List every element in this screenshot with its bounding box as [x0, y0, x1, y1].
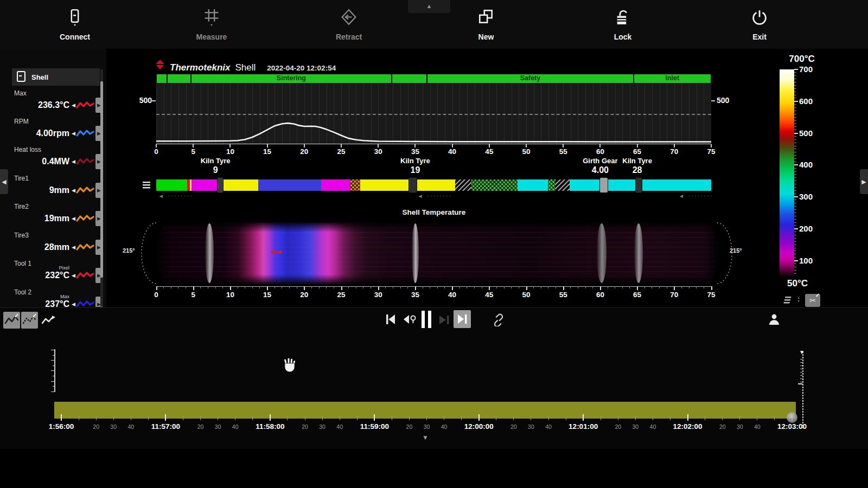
palette-colon-icon: : — [797, 295, 800, 303]
thermal-axis-tick-minor — [615, 286, 615, 288]
band-tyre-marker — [600, 178, 608, 192]
toolbar-button-connect[interactable]: Connect — [42, 4, 107, 44]
svg-text:✓: ✓ — [32, 312, 37, 319]
thermal-axis-tick-major — [674, 286, 675, 290]
colorbar-tick-minor — [794, 254, 796, 254]
colorbar-tick-minor — [794, 82, 796, 82]
band-segment — [350, 179, 360, 191]
sidebar-item-sparkline[interactable] — [76, 185, 94, 195]
chart-toggle-button-3[interactable] — [41, 314, 55, 327]
band-segment — [192, 179, 218, 191]
sidebar-item-sparkline[interactable] — [76, 100, 94, 110]
colorbar-tick-major — [794, 260, 798, 261]
sidebar-item-sparkline[interactable] — [76, 299, 94, 307]
thermal-axis-tick-minor — [437, 286, 438, 288]
refractory-band — [156, 179, 711, 191]
colorbar-tick-minor — [794, 120, 796, 121]
thermal-axis-label: 25 — [330, 291, 352, 299]
toolbar-button-retract[interactable]: Retract — [316, 4, 381, 44]
timeline-major-tick — [270, 414, 271, 421]
svg-text:✓: ✓ — [14, 312, 19, 319]
x-axis-label: 20 — [293, 147, 315, 156]
band-segment — [321, 179, 350, 191]
thermal-axis-label: 65 — [627, 291, 648, 299]
thermal-axis-tick-minor — [252, 286, 253, 288]
toolbar-button-lock[interactable]: Lock — [590, 4, 655, 44]
toolbar-button-measure[interactable]: Measure — [179, 4, 244, 44]
timeline-minor-tick — [200, 416, 201, 420]
thermal-axis-tick-minor — [459, 286, 460, 288]
kiln-marker-value: 28 — [605, 165, 670, 175]
toolbar-button-exit[interactable]: Exit — [727, 4, 792, 44]
toolbar-collapse-button[interactable]: ▲ — [408, 0, 450, 13]
sidebar-item-sparkline[interactable] — [76, 271, 94, 280]
band-scroll-dots: ◄ ········ — [679, 193, 713, 199]
x-axis-label: 15 — [257, 147, 278, 156]
sidebar-header[interactable]: Shell — [12, 68, 100, 86]
colorbar-tick-major — [794, 164, 798, 165]
colorbar-tick-minor — [794, 152, 796, 152]
colorbar-tick-minor — [794, 206, 796, 207]
chart-toggle-button-1[interactable]: ✓ — [3, 312, 20, 329]
thermal-axis-label: 30 — [367, 291, 389, 299]
sidebar-item-sparkline[interactable] — [76, 157, 94, 166]
skip-end-button[interactable] — [454, 310, 471, 328]
colorbar-tick-minor — [794, 187, 796, 188]
thermal-axis-tick-minor — [444, 286, 445, 288]
right-panel-tab[interactable]: ▶ — [860, 169, 868, 194]
link-button[interactable] — [491, 312, 506, 326]
thermal-axis-tick-minor — [385, 286, 386, 288]
tyre-ring — [412, 223, 419, 283]
max-temp-arrow-icon — [271, 247, 283, 253]
colorbar-tick-label: 100 — [799, 256, 813, 265]
sidebar-scrollbar-thumb[interactable] — [100, 81, 103, 278]
chart-toggle-button-2[interactable]: ✓ — [21, 312, 38, 329]
profile-header: Thermoteknix Shell 2022-04-20 12:02:54 — [155, 60, 336, 73]
thermal-axis-label: 5 — [182, 291, 204, 299]
thermal-axis-tick-minor — [200, 286, 201, 288]
thermal-axis-tick-minor — [238, 286, 238, 288]
thermal-axis-tick-minor — [400, 286, 401, 288]
colorbar-tick-minor — [794, 79, 796, 79]
palette-options-icon[interactable] — [783, 296, 792, 305]
band-menu-button[interactable] — [142, 181, 151, 189]
thermal-axis-tick-major — [637, 286, 638, 290]
x-axis-label: 40 — [442, 147, 463, 156]
pause-button-bar1[interactable] — [422, 311, 425, 328]
timeline-major-label: 1:56:00 — [37, 422, 86, 431]
sidebar-item-sparkline[interactable] — [76, 129, 94, 138]
colorbar-tick-minor — [794, 155, 796, 156]
colorbar-tick-major — [794, 196, 798, 197]
sidebar-item-sparkline[interactable] — [76, 242, 94, 252]
colorbar-tick-minor — [794, 158, 796, 159]
user-icon[interactable] — [768, 313, 780, 325]
colorbar-tick-minor — [794, 222, 796, 223]
thermal-axis-label: 35 — [404, 291, 426, 299]
band-segment — [555, 179, 570, 191]
pause-button-bar2[interactable] — [428, 311, 431, 328]
timeline-scrubber-circle[interactable] — [787, 412, 797, 423]
timeline-major-tick — [165, 414, 166, 421]
colorbar-tick-minor — [794, 245, 796, 245]
timeline-minor-tick — [757, 416, 757, 420]
thermal-axis-tick-minor — [482, 286, 482, 288]
timeline-cursor-handle-icon[interactable]: ▼ — [799, 349, 805, 355]
skip-start-button[interactable] — [384, 313, 397, 326]
bottom-collapse-button[interactable]: ▼ — [418, 434, 433, 442]
sidebar-item-sublabel: Max — [12, 294, 69, 299]
toolbar-button-new[interactable]: New — [454, 4, 519, 44]
lock-icon — [590, 4, 655, 30]
x-axis-label: 60 — [589, 147, 611, 156]
step-back-marker-button[interactable] — [402, 313, 417, 326]
play-dim-button — [437, 314, 452, 325]
zone-segment-sintering: Sintering — [192, 74, 391, 83]
sidebar-item-value: 19mm — [12, 214, 69, 223]
timeline-minor-tick — [670, 416, 671, 420]
timeline-cursor-line[interactable] — [802, 351, 803, 428]
thermal-axis-tick-minor — [430, 286, 430, 288]
sidebar-item-sparkline[interactable] — [76, 214, 94, 223]
connect-icon — [42, 4, 107, 30]
sidebar-collapse-tab[interactable]: ◀ — [0, 169, 8, 194]
temperature-colorbar[interactable] — [780, 69, 794, 277]
zone-bar: SinteringSafetyInlet — [156, 74, 711, 83]
